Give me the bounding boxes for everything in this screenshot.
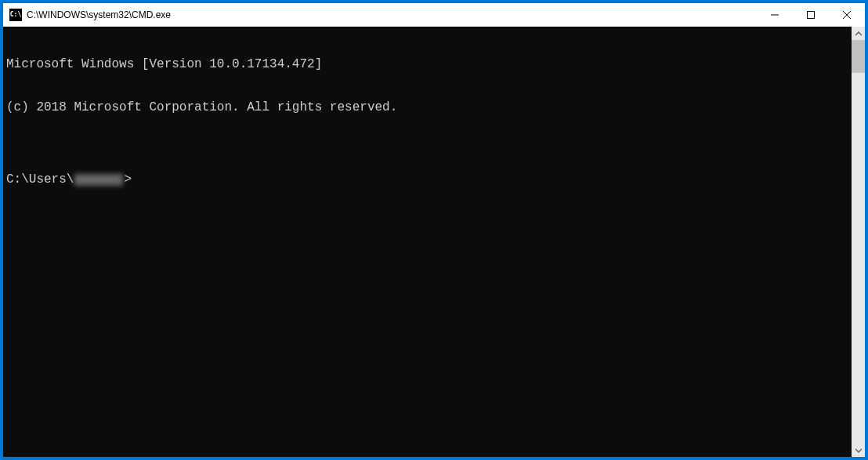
copyright-line: (c) 2018 Microsoft Corporation. All righ… [6,100,852,114]
prompt-suffix: > [124,172,132,187]
version-line: Microsoft Windows [Version 10.0.17134.47… [6,57,852,71]
vertical-scrollbar[interactable] [852,27,865,457]
maximize-button[interactable] [793,3,829,27]
scrollbar-down-button[interactable] [852,444,865,457]
prompt-line: C:\Users\> [6,172,852,187]
maximize-icon [807,11,815,19]
minimize-button[interactable] [757,3,793,27]
chevron-down-icon [855,447,862,454]
titlebar[interactable]: C:\ C:\WINDOWS\system32\CMD.exe [3,3,865,27]
terminal-output[interactable]: Microsoft Windows [Version 10.0.17134.47… [3,27,852,457]
close-button[interactable] [829,3,865,27]
scrollbar-track[interactable] [852,40,865,444]
content-area: Microsoft Windows [Version 10.0.17134.47… [3,27,865,457]
window-title: C:\WINDOWS\system32\CMD.exe [27,9,757,20]
scrollbar-up-button[interactable] [852,27,865,40]
cmd-icon: C:\ [9,9,22,21]
scrollbar-thumb[interactable] [852,40,865,73]
blurred-username [74,174,123,186]
chevron-up-icon [855,31,862,37]
cmd-window: C:\ C:\WINDOWS\system32\CMD.exe Microsof… [2,2,866,458]
svg-rect-1 [808,12,815,19]
window-controls [757,3,865,27]
close-icon [843,11,851,19]
minimize-icon [771,11,779,19]
prompt-prefix: C:\Users\ [6,172,74,187]
